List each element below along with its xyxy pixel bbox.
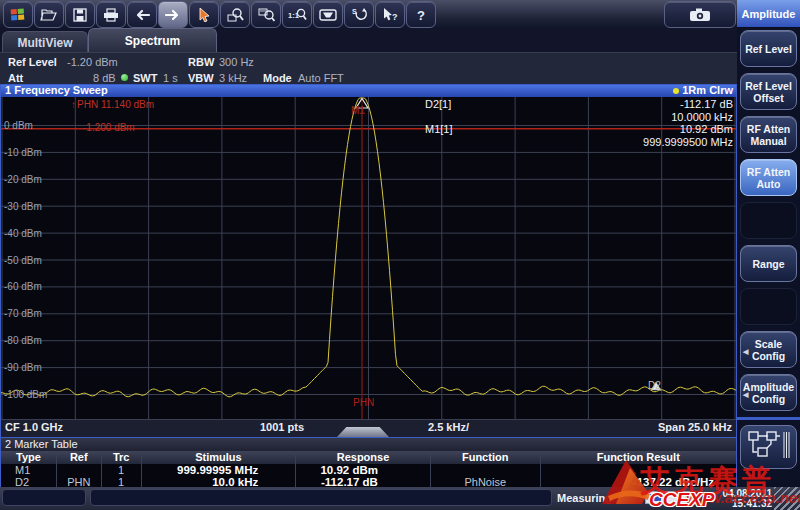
marker-table-column-header: Ref [56,451,101,464]
vbw-label: VBW [188,72,214,84]
zoom-one-to-one-button[interactable]: 1:1 [282,1,312,28]
display-update-button[interactable] [313,1,343,28]
marker-m1-name: M1[1] [425,123,453,135]
print-button[interactable] [96,1,126,28]
att-value[interactable]: 8 dB [93,72,116,84]
marker-m1-tag[interactable]: M1 [351,105,365,116]
tab-bar: MultiView Spectrum [0,28,737,52]
context-help-button[interactable]: ? [375,1,405,28]
y-axis-label: -70 dBm [4,308,42,319]
marker-table-column-header: Type [1,451,56,464]
mode-label: Mode [263,72,292,84]
save-button[interactable] [65,1,95,28]
marker-table-column-header: Stimulus [141,451,296,464]
spectrum-plot[interactable]: 0 dBm-10 dBm-20 dBm-30 dBm-40 dBm-50 dBm… [1,97,736,419]
softkey-ref-level[interactable]: Ref Level [740,30,797,67]
svg-text:?: ? [417,8,425,23]
tab-multiview-label: MultiView [17,36,72,50]
question-mark-icon: ? [415,7,427,23]
hz-per-division[interactable]: 2.5 kHz/ [428,421,469,433]
marker-table-cell: 999.99995 MHz [141,464,296,476]
open-folder-icon [40,8,58,22]
measuring-status: Measuring... [557,492,621,504]
progress-fill [650,494,661,501]
overview-button[interactable] [740,425,797,469]
graph-title-bar[interactable]: 1 Frequency Sweep 1Rm Clrw [1,85,736,97]
phn-reference-label: PHN 11.140 dBm [71,99,154,110]
toolbar: 1:1 S ? ? [0,0,737,28]
screenshot-camera-button[interactable] [664,1,736,28]
softkey-ref-level-offset[interactable]: Ref LevelOffset [740,73,797,110]
y-axis-label: 0 dBm [4,120,33,131]
rbw-value[interactable]: 300 Hz [219,56,254,68]
marker-table-window: 2 Marker Table TypeRefTrcStimulusRespons… [0,437,737,489]
softkey-label: Ref Level [745,43,792,55]
softkey-label: Config [752,393,785,405]
windows-start-button[interactable] [3,1,33,28]
softkey-label: Manual [750,135,786,147]
marker-table-cell [430,464,540,476]
multi-zoom-button[interactable] [251,1,281,28]
block-diagram-icon [747,430,791,464]
marker-table-column-header: Trc [101,451,141,464]
softkey-label: RF Atten [747,123,790,135]
softkey-label: Amplitude [743,381,794,393]
y-axis-label: -20 dBm [4,174,42,185]
ref-level-label: Ref Level [8,56,57,68]
softkey-rf-atten-manual[interactable]: RF AttenManual [740,116,797,153]
frequency-sweep-window: 1 Frequency Sweep 1Rm Clrw 0 dBm-10 dBm-… [0,84,737,437]
y-axis-label: -80 dBm [4,335,42,346]
softkey-rf-atten-auto[interactable]: RF AttenAuto [740,159,797,196]
softkey-amplitude-config[interactable]: AmplitudeConfig [740,374,797,411]
marker-d2-name: D2[1] [425,98,451,110]
trace-canvas [1,97,736,419]
select-mode-button[interactable] [189,1,219,28]
center-frequency[interactable]: CF 1.0 GHz [5,421,63,433]
mode-value[interactable]: Auto FFT [298,72,344,84]
undo-arrow-icon [133,9,151,21]
sweep-points[interactable]: 1001 pts [260,421,304,433]
zoom-mode-button[interactable] [220,1,250,28]
softkey-scale-config[interactable]: ScaleConfig [740,331,797,368]
marker-d2-offset: 10.0000 kHz [671,111,733,123]
windows-logo-icon [10,8,26,22]
softkey-sidebar: Amplitude Ref LevelRef LevelOffsetRF Att… [737,0,800,487]
resize-grip-icon [774,487,800,510]
help-button[interactable]: ? [406,1,436,28]
sweep-refresh-button[interactable]: S [344,1,374,28]
redo-button[interactable] [158,1,188,28]
help-cursor-icon: ? [382,7,399,22]
open-file-button[interactable] [34,1,64,28]
vbw-value[interactable]: 3 kHz [219,72,247,84]
span-value[interactable]: Span 25.0 kHz [658,421,732,433]
cursor-arrow-icon [197,7,211,22]
redo-arrow-icon [164,9,182,21]
swt-value[interactable]: 1 s [163,72,178,84]
display-screen-icon [319,8,337,22]
rbw-label: RBW [188,56,214,68]
softkey-label: Ref Level [745,80,792,92]
status-time: 15:41:32 [732,498,772,509]
softkey-range[interactable]: Range [740,245,797,282]
printer-icon [103,8,119,22]
marker-d2-tag[interactable]: D2 [648,380,661,391]
softkey-empty-slot [740,288,797,325]
marker-table-row[interactable]: M11999.99995 MHz10.92 dBm [1,464,736,476]
softkey-label: Offset [753,92,783,104]
att-label: Att [8,72,23,84]
undo-button[interactable] [127,1,157,28]
save-floppy-icon [73,8,87,22]
marker-table-title[interactable]: 2 Marker Table [1,438,736,451]
measurement-settings-bar: Ref Level -1.20 dBm RBW 300 Hz Att 8 dB … [0,52,737,85]
ref-level-value[interactable]: -1.20 dBm [67,56,118,68]
tab-spectrum-label: Spectrum [125,34,180,48]
y-axis-label: -50 dBm [4,255,42,266]
marker-table-cell: 10.92 dBm [295,464,430,476]
tab-multiview[interactable]: MultiView [2,31,88,53]
softkey-label: Range [752,258,784,270]
softkey-empty-slot [740,202,797,239]
tab-spectrum[interactable]: Spectrum [88,28,217,53]
y-axis-label: -100 dBm [4,389,47,400]
y-axis-label: -60 dBm [4,281,42,292]
swt-label: SWT [133,72,157,84]
